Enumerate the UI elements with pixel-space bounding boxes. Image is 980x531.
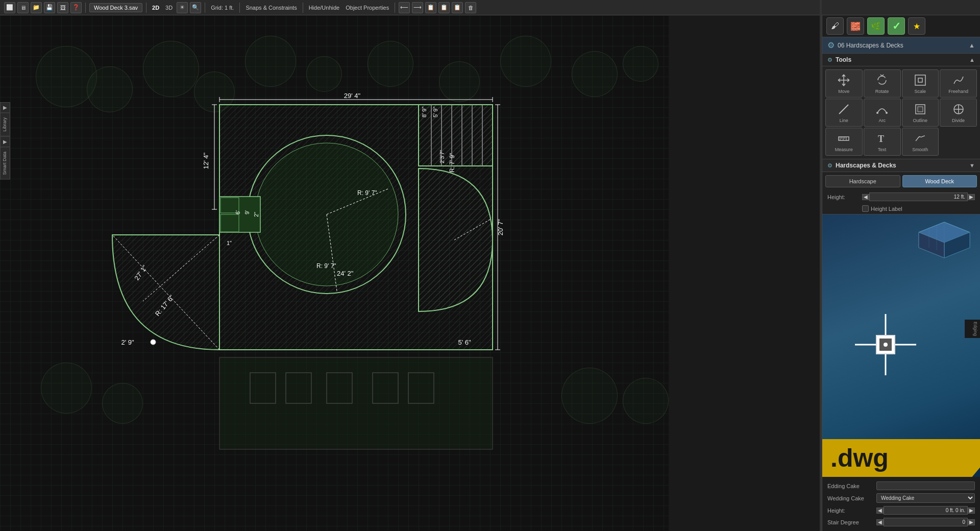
- bh-input[interactable]: [884, 506, 968, 515]
- stair-input-1[interactable]: [876, 481, 975, 490]
- brush-panel-icon[interactable]: 🖌: [826, 17, 844, 35]
- plant-panel-icon[interactable]: 🌿: [867, 17, 885, 35]
- svg-text:2'3'7": 2'3'7": [439, 150, 445, 163]
- move-icon: [837, 73, 851, 87]
- height-label-checkbox[interactable]: Height Label: [862, 205, 902, 212]
- library-tab[interactable]: Library: [0, 113, 10, 136]
- measure-label: Measure: [835, 147, 853, 152]
- hide-unhide[interactable]: Hide/Unhide: [307, 5, 342, 11]
- svg-rect-63: [918, 107, 923, 112]
- svg-text:R: 9' 7": R: 9' 7": [316, 262, 336, 270]
- line-tool[interactable]: Line: [825, 99, 863, 127]
- left-arrow-2[interactable]: ▶: [0, 136, 10, 147]
- smartdata-tab[interactable]: Smart Data: [0, 147, 10, 180]
- height-decrement[interactable]: ◀: [862, 194, 869, 200]
- tool-c[interactable]: 📋: [425, 2, 436, 13]
- svg-text:29' 4": 29' 4": [344, 92, 361, 100]
- mode-2d[interactable]: 2D: [150, 5, 161, 11]
- hardscapes-header[interactable]: ⚙ Hardscapes & Decks ▼: [822, 159, 980, 172]
- brick-panel-icon[interactable]: 🧱: [847, 17, 864, 35]
- dwg-text: .dwg: [830, 444, 889, 472]
- deg-inc[interactable]: ▶: [968, 519, 975, 525]
- hardscapes-tabs: Hardscape Wood Deck: [822, 172, 980, 190]
- preview-crosshair: [855, 314, 916, 377]
- snaps-label[interactable]: Snaps & Constraints: [243, 5, 299, 11]
- height-label-check[interactable]: [862, 205, 869, 212]
- arc-tool[interactable]: Arc: [864, 99, 901, 127]
- degree-spinner[interactable]: ◀ ▶: [876, 518, 975, 526]
- svg-text:20' 7": 20' 7": [497, 219, 504, 235]
- height-row: Height: ◀ ▶: [822, 190, 980, 203]
- sun-icon[interactable]: ☀: [177, 2, 188, 13]
- star-panel-icon[interactable]: ★: [908, 17, 925, 35]
- svg-text:8' 9": 8' 9": [421, 107, 427, 117]
- height-label-row: Height Label: [822, 203, 980, 214]
- dwg-overlay: .dwg: [822, 375, 980, 477]
- deg-input[interactable]: [884, 518, 968, 526]
- grid-label[interactable]: Grid: 1 ft.: [209, 5, 236, 11]
- preview-area: .dwg Edging: [822, 214, 980, 477]
- move-label: Move: [838, 89, 849, 94]
- tools-section: ⚙ Tools ▲ Move Rotate Sc: [822, 54, 980, 159]
- image-icon[interactable]: 🖼: [57, 2, 68, 13]
- stair-select-2[interactable]: Wedding Cake: [876, 493, 975, 503]
- svg-text:2": 2": [253, 212, 259, 217]
- wood-deck-tab[interactable]: Wood Deck: [902, 175, 977, 187]
- divide-tool[interactable]: Divide: [940, 99, 977, 127]
- stair-degree-label: Stair Degree: [827, 519, 873, 525]
- scale-tool[interactable]: Scale: [902, 69, 939, 98]
- freehand-tool[interactable]: Freehand: [940, 69, 977, 98]
- help-icon[interactable]: ❓: [70, 2, 82, 13]
- sep5: [303, 3, 303, 13]
- folder-icon[interactable]: 📁: [31, 2, 42, 13]
- check-panel-icon[interactable]: ✓: [888, 17, 905, 35]
- svg-point-55: [151, 340, 156, 345]
- tool-a[interactable]: ⟵: [399, 2, 410, 13]
- stair-degree-row: Stair Degree ◀ ▶: [827, 516, 975, 528]
- outline-icon: [913, 102, 927, 116]
- tool-b[interactable]: ⟶: [412, 2, 423, 13]
- save-icon[interactable]: 💾: [44, 2, 55, 13]
- bh-inc[interactable]: ▶: [968, 508, 975, 514]
- file-title: Wood Deck 3.sav: [89, 3, 142, 12]
- stair-row-2: Wedding Cake Wedding Cake: [827, 492, 975, 504]
- canvas-area[interactable]: 29' 4" 12' 4" 20' 7" 5' 6" 2' 9" R: 9' 7…: [0, 15, 669, 531]
- bh-dec[interactable]: ◀: [876, 508, 884, 514]
- smooth-label: Smooth: [912, 147, 928, 152]
- panel-header[interactable]: ⚙ 06 Hardscapes & Decks ▲: [822, 37, 980, 54]
- left-side-tabs: ▶ Library ▶ Smart Data: [0, 102, 10, 179]
- height-spinner[interactable]: ◀ ▶: [862, 192, 975, 201]
- hardscape-tab[interactable]: Hardscape: [825, 175, 900, 187]
- tools-header[interactable]: ⚙ Tools ▲: [822, 54, 980, 66]
- outline-label: Outline: [913, 118, 928, 123]
- zoom-icon[interactable]: 🔍: [190, 2, 201, 13]
- divide-icon: [951, 102, 966, 116]
- drawing-svg: 29' 4" 12' 4" 20' 7" 5' 6" 2' 9" R: 9' 7…: [0, 15, 669, 531]
- text-tool[interactable]: T Text: [864, 128, 901, 156]
- height-input[interactable]: [869, 192, 968, 201]
- bottom-height-spinner[interactable]: ◀ ▶: [876, 506, 975, 515]
- tools-label: Tools: [836, 56, 851, 63]
- outline-tool[interactable]: Outline: [902, 99, 939, 127]
- move-tool[interactable]: Move: [825, 69, 863, 98]
- resize-handle[interactable]: [820, 0, 822, 531]
- object-properties[interactable]: Object Properties: [344, 5, 391, 11]
- deg-dec[interactable]: ◀: [876, 519, 884, 525]
- tool-d[interactable]: 📋: [438, 2, 450, 13]
- rotate-tool[interactable]: Rotate: [864, 69, 901, 98]
- tools-grid: Move Rotate Scale Freehand: [822, 66, 980, 159]
- measure-tool[interactable]: Measure: [825, 128, 863, 156]
- smooth-tool[interactable]: Smooth: [902, 128, 939, 156]
- panel-collapse-icon[interactable]: ▲: [969, 42, 975, 49]
- new-icon[interactable]: ⬜: [4, 2, 15, 13]
- height-increment[interactable]: ▶: [968, 194, 975, 200]
- hardscapes-expand-icon: ▼: [969, 162, 975, 168]
- line-icon: [837, 102, 851, 116]
- text-label: Text: [878, 147, 887, 152]
- left-arrow-1[interactable]: ▶: [0, 102, 10, 113]
- tool-f[interactable]: 🗑: [465, 2, 476, 13]
- sep4: [239, 3, 240, 13]
- mode-3d[interactable]: 3D: [163, 5, 175, 11]
- tool-e[interactable]: 📋: [452, 2, 463, 13]
- monitor-icon[interactable]: 🖥: [17, 2, 29, 13]
